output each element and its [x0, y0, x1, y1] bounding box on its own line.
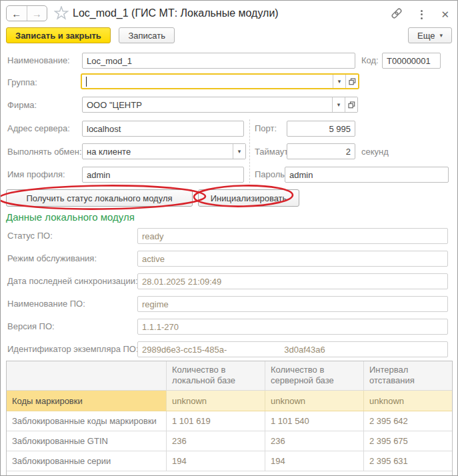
counters-table: Количество в локальной базе Количество в… — [6, 361, 453, 476]
profile-name-label: Имя профиля: — [7, 167, 65, 183]
group-input[interactable]: ▾ — [81, 73, 359, 89]
po-version-field[interactable]: 1.1.1-270 — [137, 319, 448, 335]
header-server-count: Количество в серверной базе — [265, 361, 364, 390]
group-label: Группа: — [7, 75, 37, 91]
table-empty-area — [7, 471, 452, 476]
section-title: Данные локального модуля — [6, 211, 135, 223]
back-button[interactable]: ← — [7, 6, 27, 21]
exchange-mode-select[interactable]: на клиенте ▾ — [82, 143, 246, 159]
timeout-input[interactable] — [287, 143, 355, 159]
port-label: Порт: — [255, 121, 277, 137]
header-local-count: Количество в локальной базе — [167, 361, 265, 390]
header-lag-interval: Интервал отставания — [364, 361, 452, 390]
table-row-marking-codes[interactable]: Коды маркировки unknown unknown unknown — [7, 391, 452, 411]
get-local-module-status-button[interactable]: Получить статус локального модуля — [6, 189, 193, 207]
title-bar: ← → Loc_mod_1 (ГИС МТ: Локальные модули)… — [1, 1, 457, 26]
save-button[interactable]: Записать — [119, 27, 175, 43]
po-version-label: Версия ПО: — [7, 319, 55, 335]
code-label: Код: — [361, 53, 379, 69]
table-header-row: Количество в локальной базе Количество в… — [7, 361, 452, 391]
exchange-dropdown-arrow-icon[interactable]: ▾ — [233, 144, 245, 159]
group-choose-icon[interactable] — [345, 75, 358, 88]
firm-label: Фирма: — [7, 97, 37, 113]
form-window: ← → Loc_mod_1 (ГИС МТ: Локальные модули)… — [0, 0, 458, 476]
initialize-button[interactable]: Инициализировать — [198, 189, 299, 207]
table-row-blocked-series[interactable]: Заблокированные серии 194 194 2 395 631 — [7, 451, 452, 471]
header-entity — [7, 361, 167, 390]
table-row-blocked-gtin[interactable]: Заблокированные GTIN 236 236 2 395 675 — [7, 431, 452, 451]
link-icon[interactable] — [391, 7, 403, 21]
more-actions-button[interactable]: Еще ▾ — [408, 27, 452, 43]
profile-name-input[interactable] — [82, 167, 244, 183]
exchange-mode-label: Выполнять обмен: — [7, 144, 82, 160]
po-name-label: Наименование ПО: — [7, 296, 85, 312]
more-menu-icon[interactable] — [419, 9, 425, 20]
password-input[interactable] — [285, 167, 449, 183]
po-status-label: Статус ПО: — [7, 228, 53, 244]
group-dropdown-arrow-icon[interactable]: ▾ — [333, 75, 345, 88]
firm-input[interactable]: ООО "ЦЕНТР ▾ — [82, 97, 358, 113]
chevron-down-icon: ▾ — [439, 32, 443, 39]
service-mode-label: Режим обслуживания: — [7, 251, 97, 267]
nav-history-group: ← → — [6, 5, 47, 21]
timeout-label: Таймаут: — [255, 144, 291, 160]
save-and-close-button[interactable]: Записать и закрыть — [6, 27, 111, 43]
po-status-field[interactable]: ready — [137, 228, 448, 244]
window-title: Loc_mod_1 (ГИС МТ: Локальные модули) — [73, 1, 279, 26]
password-label: Пароль: — [255, 167, 287, 183]
close-icon[interactable]: ✕ — [441, 10, 449, 19]
server-address-input[interactable] — [82, 121, 244, 137]
name-input[interactable] — [82, 53, 355, 69]
name-label: Наименование: — [7, 53, 70, 69]
column-separator — [249, 119, 250, 183]
last-sync-field[interactable]: 28.01.2025 21:09:49 — [137, 273, 448, 289]
service-mode-field[interactable]: active — [137, 251, 448, 267]
favorite-star-icon[interactable] — [54, 6, 69, 21]
po-instance-id-field[interactable]: 2989d6e3-cc15-485a-3d0af43a6 — [137, 341, 448, 357]
last-sync-label: Дата последней синхронизации: — [7, 273, 138, 289]
po-instance-id-label: Идентификатор экземпляра ПО: — [7, 341, 139, 357]
firm-dropdown-arrow-icon[interactable]: ▾ — [332, 97, 345, 112]
firm-choose-icon[interactable] — [345, 97, 357, 112]
command-bar: Записать и закрыть Записать Еще ▾ — [6, 27, 452, 45]
po-name-field[interactable]: regime — [137, 296, 448, 312]
timeout-units-label: секунд — [361, 144, 389, 160]
forward-button[interactable]: → — [27, 6, 47, 21]
code-input[interactable] — [382, 53, 441, 69]
text-cursor — [86, 77, 87, 87]
port-input[interactable] — [287, 121, 355, 137]
table-row-blocked-marking-codes[interactable]: Заблокированные коды маркировки 1 101 61… — [7, 411, 452, 431]
server-address-label: Адрес сервера: — [7, 121, 70, 137]
